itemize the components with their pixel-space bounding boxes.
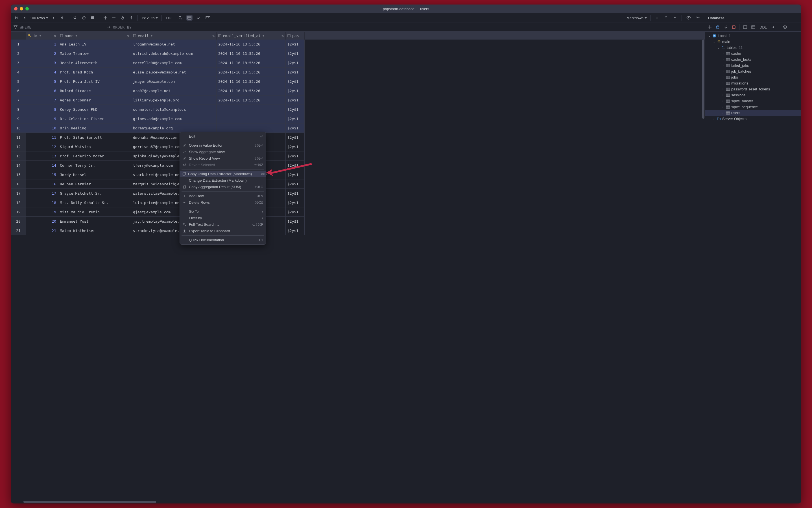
cell-id[interactable]: 10	[26, 123, 58, 133]
tree-node-server-objects[interactable]: › Server Objects	[705, 116, 801, 122]
chart-view-button[interactable]	[195, 15, 202, 20]
cell-verified[interactable]: 2024-11-16 13:53:26	[217, 68, 286, 77]
ctx-copy-data-extractor[interactable]: Copy Using Data Extractor (Markdown) ⌘C	[180, 171, 266, 177]
tree-node-jobs[interactable]: ›jobs	[705, 74, 801, 80]
table-row[interactable]: 22Mateo Trantowullrich.deborah@example.c…	[11, 49, 705, 58]
chevron-down-icon[interactable]: ⌄	[713, 40, 715, 43]
ctx-full-text-search[interactable]: Full-Text Search… ⌥⇧⌘F	[180, 221, 266, 228]
tree-node-tables[interactable]: ⌄ tables 11	[705, 45, 801, 51]
cell-name[interactable]: Mateo Wintheiser	[58, 226, 131, 235]
row-number[interactable]: 17	[11, 189, 26, 198]
sort-handle[interactable]: ⇅	[212, 34, 214, 38]
table-row[interactable]: 1717Grayce Mitchell Sr.waters.silas@exam…	[11, 189, 705, 198]
cell-email[interactable]: grimes.ada@example.com	[131, 114, 217, 123]
cell-password[interactable]: $2y$1	[286, 170, 305, 179]
ctx-delete-rows[interactable]: − Delete Rows ⌘⌫	[180, 199, 266, 206]
table-row[interactable]: 33Jeanie Altenwerthmarcelle00@example.co…	[11, 58, 705, 68]
ddl-button-sidebar[interactable]: DDL	[758, 24, 768, 30]
cell-verified[interactable]	[217, 114, 286, 123]
row-number[interactable]: 20	[11, 217, 26, 226]
chevron-right-icon[interactable]: ›	[722, 99, 724, 102]
table-view-button[interactable]	[186, 15, 193, 20]
row-number[interactable]: 18	[11, 198, 26, 207]
next-page-button[interactable]	[51, 15, 56, 20]
cell-password[interactable]: $2y$1	[286, 58, 305, 68]
vertical-scrollbar[interactable]	[702, 40, 705, 119]
filter-icon[interactable]: ▾	[39, 34, 42, 38]
chevron-right-icon[interactable]: ›	[713, 117, 715, 120]
cell-verified[interactable]: 2024-11-16 13:53:26	[217, 49, 286, 58]
chevron-down-icon[interactable]: ⌄	[708, 34, 711, 37]
stop-db-button[interactable]	[731, 25, 736, 30]
ctx-filter-by[interactable]: Filter by ›	[180, 215, 266, 221]
cell-name[interactable]: Korey Spencer PhD	[58, 105, 131, 114]
cell-id[interactable]: 4	[26, 68, 58, 77]
sort-handle[interactable]: ⇅	[127, 34, 129, 38]
cell-id[interactable]: 14	[26, 161, 58, 170]
tree-node-job_batches[interactable]: ›job_batches	[705, 69, 801, 74]
cell-name[interactable]: Jordy Hessel	[58, 170, 131, 179]
cell-name[interactable]: Prof. Reva Jast IV	[58, 77, 131, 86]
cell-name[interactable]: Jeanie Altenwerth	[58, 58, 131, 68]
chevron-right-icon[interactable]: ›	[722, 111, 724, 115]
column-header-email[interactable]: email ▾ ⇅	[131, 32, 217, 40]
table-row[interactable]: 2020Emmanuel Yostjay.tremblay@example.ne…	[11, 217, 705, 226]
cell-id[interactable]: 20	[26, 217, 58, 226]
geo-view-button[interactable]	[204, 15, 211, 20]
cell-name[interactable]: Mrs. Dolly Schultz Sr.	[58, 198, 131, 207]
table-row[interactable]: 99Dr. Celestino Fishergrimes.ada@example…	[11, 114, 705, 123]
cell-id[interactable]: 12	[26, 142, 58, 152]
close-window-button[interactable]	[14, 7, 17, 10]
ctx-show-record[interactable]: ⤢ Show Record View ⇧⌘⏎	[180, 155, 266, 162]
ctx-edit[interactable]: Edit ⏎	[180, 133, 266, 139]
ctx-show-aggregate[interactable]: ⤢ Show Aggregate View	[180, 149, 266, 155]
tree-node-sessions[interactable]: ›sessions	[705, 92, 801, 98]
prev-page-button[interactable]	[22, 15, 27, 20]
cell-id[interactable]: 8	[26, 105, 58, 114]
chevron-right-icon[interactable]: ›	[722, 93, 724, 97]
row-number[interactable]: 9	[11, 114, 26, 123]
cell-password[interactable]: $2y$1	[286, 207, 305, 217]
cell-id[interactable]: 3	[26, 58, 58, 68]
jump-to-console-button[interactable]	[742, 25, 748, 30]
cell-name[interactable]: Grayce Mitchell Sr.	[58, 189, 131, 198]
revert-button[interactable]	[120, 15, 126, 20]
cell-id[interactable]: 1	[26, 40, 58, 49]
cell-password[interactable]: $2y$1	[286, 68, 305, 77]
row-number[interactable]: 2	[11, 49, 26, 58]
add-row-button[interactable]	[102, 15, 108, 20]
last-page-button[interactable]	[59, 15, 65, 20]
filter-icon[interactable]: ▾	[262, 34, 265, 38]
cell-id[interactable]: 15	[26, 170, 58, 179]
table-row[interactable]: 55Prof. Reva Jast IVjmayert@example.com2…	[11, 77, 705, 86]
minimize-window-button[interactable]	[20, 7, 23, 10]
cell-password[interactable]: $2y$1	[286, 161, 305, 170]
cell-email[interactable]: lrogahn@example.net	[131, 40, 217, 49]
row-number[interactable]: 5	[11, 77, 26, 86]
where-label[interactable]: WHERE	[20, 25, 32, 29]
cell-verified[interactable]: 2024-11-16 13:53:26	[217, 86, 286, 95]
cell-id[interactable]: 2	[26, 49, 58, 58]
gutter-header[interactable]	[11, 32, 26, 40]
chevron-right-icon[interactable]: ›	[722, 105, 724, 109]
cell-id[interactable]: 7	[26, 95, 58, 105]
cell-name[interactable]: Miss Maudie Cremin	[58, 207, 131, 217]
import-button[interactable]	[663, 15, 669, 20]
table-row[interactable]: 44Prof. Brad Kochelise.paucek@example.ne…	[11, 68, 705, 77]
auto-reload-button[interactable]	[81, 15, 87, 20]
chevron-right-icon[interactable]: ›	[722, 70, 724, 73]
cell-password[interactable]: $2y$1	[286, 49, 305, 58]
tree-node-sqlite_sequence[interactable]: ›sqlite_sequence	[705, 104, 801, 110]
compare-button[interactable]	[672, 15, 678, 20]
cell-id[interactable]: 19	[26, 207, 58, 217]
row-number[interactable]: 12	[11, 142, 26, 152]
tree-node-main[interactable]: ⌄ main	[705, 39, 801, 45]
row-number[interactable]: 21	[11, 226, 26, 235]
table-row[interactable]: 1818Mrs. Dolly Schultz Sr.lula.price@exa…	[11, 198, 705, 207]
chevron-right-icon[interactable]: ›	[722, 52, 724, 55]
row-number[interactable]: 16	[11, 179, 26, 189]
row-number[interactable]: 10	[11, 123, 26, 133]
cell-name[interactable]: Mateo Trantow	[58, 49, 131, 58]
table-row[interactable]: 1010Orin Keelingbgrant@example.org$2y$1	[11, 123, 705, 133]
cell-name[interactable]: Connor Terry Jr.	[58, 161, 131, 170]
